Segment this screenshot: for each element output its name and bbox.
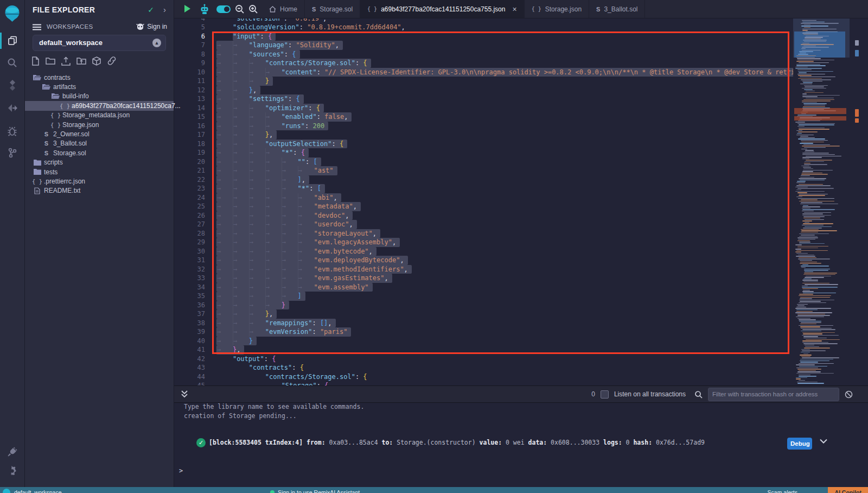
file-explorer-icon[interactable]	[0, 31, 24, 50]
run-script-button[interactable]	[184, 5, 190, 12]
deploy-run-icon[interactable]	[0, 99, 24, 117]
tree-item-build-info[interactable]: build-info	[25, 92, 174, 101]
tree-item-storage-sol[interactable]: SStorage.sol	[25, 148, 174, 157]
tree-item-label: Storage.sol	[53, 149, 86, 157]
settings-gear-icon[interactable]	[0, 462, 24, 480]
code-line-35: 35→→→→→]	[174, 292, 868, 301]
tree-item-storage-json[interactable]: { }Storage.json	[25, 120, 174, 129]
code-line-19: 19→→→→"*": {	[174, 148, 868, 157]
tab-a69b43f277ba20fcac141151250ca755-json[interactable]: { }a69b43f277ba20fcac141151250ca755.json…	[360, 0, 525, 18]
home-icon	[269, 6, 276, 12]
code-line-37: 37→→→},	[174, 309, 868, 319]
code-line-28: 28→→→→→→"storageLayout",	[174, 229, 868, 238]
listen-all-checkbox[interactable]	[601, 390, 609, 399]
code-line-8: 8→→"sources": {	[174, 50, 868, 59]
workspace-caret-icon[interactable]: ▲	[152, 39, 161, 47]
code-line-20: 20→→→→→"": [	[174, 157, 868, 167]
zoom-in-icon[interactable]	[248, 4, 258, 14]
tab-3-ballot-sol[interactable]: S3_Ballot.sol	[589, 0, 645, 18]
status-message[interactable]: Sign in to use RemixAI Assistant	[270, 489, 360, 493]
upload-folder-icon[interactable]	[76, 56, 86, 66]
debugger-icon[interactable]	[0, 122, 24, 140]
chevron-right-icon[interactable]: ›	[163, 5, 166, 14]
tree-item-tests[interactable]: tests	[25, 167, 174, 176]
code-line-10: 10→→→→"content": "// SPDX-License-Identi…	[174, 68, 868, 77]
new-folder-icon[interactable]	[46, 56, 55, 66]
folder-open-icon	[33, 74, 42, 81]
tree-item-3-ballot-sol[interactable]: S3_Ballot.sol	[25, 139, 174, 148]
solidity-compiler-icon[interactable]	[0, 76, 24, 94]
ai-copilot-badge[interactable]: AI Copilot	[828, 487, 868, 493]
tab-label: Home	[280, 5, 297, 13]
new-file-icon[interactable]	[31, 56, 40, 66]
tree-item-label: Storage_metadata.json	[62, 111, 130, 119]
code-line-30: 30→→→→→→"evm.bytecode",	[174, 247, 868, 256]
code-line-24: 24→→→→→→"abi",	[174, 193, 868, 203]
tab-storage-json[interactable]: { }Storage.json	[525, 0, 589, 18]
tab-home[interactable]: Home	[262, 0, 305, 18]
terminal-panel: 0 Listen on all transactions Type the li…	[174, 385, 868, 487]
plugin-manager-icon[interactable]	[0, 443, 24, 461]
link-icon[interactable]	[107, 56, 117, 66]
tab-label: a69b43f277ba20fcac141151250ca755.json	[381, 5, 505, 13]
terminal-search-icon[interactable]	[694, 390, 703, 399]
collapse-terminal-icon[interactable]	[181, 390, 188, 398]
json-icon: { }	[60, 103, 69, 109]
workspace-name: default_workspace	[39, 39, 103, 47]
panel-title: FILE EXPLORER	[33, 5, 95, 14]
overview-ruler[interactable]	[850, 18, 868, 385]
ai-assistant-icon[interactable]	[199, 3, 210, 15]
remix-logo-icon[interactable]	[2, 3, 22, 23]
expand-transaction-icon[interactable]	[820, 439, 827, 444]
sign-in-button[interactable]: Sign in	[136, 23, 167, 30]
green-dot-icon	[270, 490, 275, 493]
tree-item-label: 3_Ballot.sol	[53, 140, 87, 147]
tab-storage-sol[interactable]: SStorage.sol	[305, 0, 360, 18]
file-toolbar	[31, 56, 117, 66]
code-line-44: 44"contracts/Storage.sol": {	[174, 372, 868, 382]
code-line-43: 43"contracts": {	[174, 363, 868, 372]
hamburger-menu-icon[interactable]	[33, 24, 41, 30]
code-line-12: 12→→},	[174, 86, 868, 95]
status-workspace[interactable]: default_workspace	[14, 489, 62, 493]
terminal-prompt[interactable]: >	[179, 467, 183, 475]
tree-item-readme-txt[interactable]: README.txt	[25, 186, 174, 195]
tree-item-label: .prettierrc.json	[44, 178, 85, 185]
code-editor[interactable]: 4"solcVersion": "0.8.19",5"solcLongVersi…	[174, 18, 868, 385]
tree-item-contracts[interactable]: contracts	[25, 73, 174, 82]
workspace-dropdown[interactable]: default_workspace ▲	[33, 35, 166, 51]
copilot-toggle[interactable]	[216, 5, 231, 13]
search-icon[interactable]	[0, 53, 24, 72]
tree-item-label: contracts	[44, 74, 71, 81]
check-icon[interactable]: ✓	[148, 5, 154, 14]
tree-item-label: 2_Owner.sol	[53, 130, 90, 138]
ipfs-cube-icon[interactable]	[92, 56, 101, 66]
zoom-out-icon[interactable]	[235, 4, 245, 14]
minimap[interactable]	[793, 18, 850, 385]
transaction-log-row[interactable]: ✓ [block:5583405 txIndex:4] from: 0xa03.…	[196, 437, 705, 448]
status-right-text[interactable]: Scam alerts	[768, 489, 797, 493]
clear-console-icon[interactable]	[845, 390, 853, 399]
tree-item-a69b43f277ba20fcac141151250ca7-[interactable]: { }a69b43f277ba20fcac141151250ca7...	[25, 101, 174, 110]
git-icon[interactable]	[0, 143, 24, 162]
tree-item-storage-metadata-json[interactable]: { }Storage_metadata.json	[25, 111, 174, 120]
terminal-message: Type the library name to see available c…	[184, 403, 364, 410]
tree-item-label: scripts	[44, 159, 63, 166]
tree-item-artifacts[interactable]: artifacts	[25, 82, 174, 91]
sol-icon: S	[42, 150, 51, 156]
code-line-45: 45"Storage": {	[174, 381, 868, 385]
code-line-27: 27→→→→→→"userdoc",	[174, 220, 868, 229]
tree-item-2-owner-sol[interactable]: S2_Owner.sol	[25, 129, 174, 138]
upload-file-icon[interactable]	[61, 56, 71, 66]
transaction-filter-input[interactable]	[708, 388, 839, 401]
debug-button[interactable]: Debug	[787, 438, 812, 450]
tree-item-label: tests	[44, 168, 58, 176]
minimap-viewport[interactable]	[793, 18, 850, 58]
code-line-31: 31→→→→→→"evm.deployedBytecode",	[174, 256, 868, 265]
tree-item--prettierrc-json[interactable]: { }.prettierrc.json	[25, 176, 174, 186]
sol-icon: S	[312, 6, 316, 12]
code-line-15: 15→→→→"enabled": false,	[174, 112, 868, 122]
terminal-message: creation of Storage pending...	[184, 412, 297, 420]
tree-item-scripts[interactable]: scripts	[25, 158, 174, 167]
close-tab-icon[interactable]: ×	[512, 5, 516, 13]
